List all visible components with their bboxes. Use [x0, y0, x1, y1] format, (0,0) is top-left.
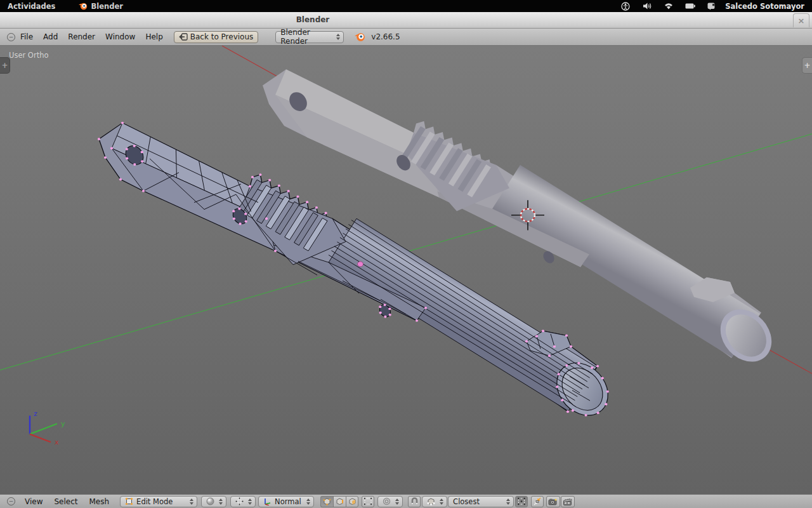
snap-toggle-button[interactable]	[408, 496, 421, 507]
stepper-icon	[219, 498, 224, 505]
pivot-point-select[interactable]	[230, 496, 256, 507]
info-header: − File Add Render Window Help Back to Pr…	[0, 29, 812, 46]
opengl-render-anim-button[interactable]	[561, 496, 575, 507]
stepper-icon	[395, 498, 400, 505]
proportional-edit-select[interactable]	[377, 496, 403, 507]
activities-button[interactable]: Actividades	[0, 2, 63, 11]
snap-peel-icon	[533, 497, 542, 505]
menu-window[interactable]: Window	[100, 32, 140, 41]
opengl-render-button[interactable]	[546, 496, 560, 507]
occlude-geometry-button[interactable]	[362, 496, 374, 507]
orientation-axis-icon	[263, 497, 272, 505]
snap-self-button[interactable]	[515, 496, 528, 507]
stepper-icon	[306, 498, 311, 505]
viewport-shading-sphere-icon	[206, 497, 214, 505]
menu-add[interactable]: Add	[38, 32, 63, 41]
svg-text:x: x	[55, 438, 59, 445]
back-arrow-icon	[179, 33, 188, 41]
stepper-icon	[336, 34, 341, 40]
viewport-shading-select[interactable]	[201, 496, 226, 507]
menu-help[interactable]: Help	[140, 32, 167, 41]
stepper-icon	[190, 498, 195, 505]
back-to-previous-button[interactable]: Back to Previous	[174, 31, 259, 43]
proportional-edit-icon	[383, 497, 391, 505]
window-close-button[interactable]: ×	[793, 13, 809, 27]
occlude-geometry-icon	[363, 497, 372, 505]
snap-self-icon	[517, 497, 526, 505]
window-titlebar[interactable]: Blender ×	[0, 12, 812, 29]
pivot-point-icon	[235, 497, 244, 505]
input-method-icon[interactable]	[701, 0, 723, 12]
edge-select-icon	[336, 497, 344, 505]
screen: Actividades Blender	[0, 0, 812, 508]
window-title: Blender	[296, 15, 330, 24]
battery-icon[interactable]	[679, 0, 701, 12]
menu-select[interactable]: Select	[48, 497, 83, 506]
snap-element-select[interactable]	[422, 496, 447, 507]
vertex-select-mode-button[interactable]	[320, 496, 333, 507]
close-icon: ×	[798, 16, 805, 25]
snap-peel-button[interactable]	[531, 496, 544, 507]
blender-logo	[354, 31, 365, 43]
snap-magnet-icon	[410, 497, 419, 505]
vertex-select-icon	[323, 497, 331, 505]
face-select-mode-button[interactable]	[346, 496, 358, 507]
blender-app-icon	[78, 1, 88, 11]
face-select-icon	[348, 497, 357, 505]
snap-element-icon	[427, 497, 435, 505]
mode-select[interactable]: Edit Mode	[120, 496, 197, 507]
viewport-header: − View Select Mesh Edit Mode Normal	[0, 494, 812, 508]
edge-select-mode-button[interactable]	[333, 496, 346, 507]
version-label: v2.66.5	[371, 32, 400, 41]
desktop-top-bar: Actividades Blender	[0, 0, 812, 12]
region-expand-tab-left[interactable]: +	[0, 57, 10, 74]
render-engine-select[interactable]: Blender Render	[275, 31, 344, 43]
snap-target-select[interactable]: Closest	[448, 496, 514, 507]
svg-text:y: y	[61, 420, 65, 427]
svg-text:z: z	[34, 410, 37, 417]
footer-collapse-icon[interactable]: −	[7, 497, 15, 505]
stepper-icon	[506, 498, 511, 505]
opengl-render-icon	[548, 497, 558, 506]
wifi-icon[interactable]	[658, 0, 679, 12]
opengl-render-anim-icon	[563, 497, 573, 506]
menu-render[interactable]: Render	[63, 32, 100, 41]
user-menu[interactable]: Salcedo Sotomayor	[723, 2, 808, 11]
header-collapse-icon[interactable]: −	[7, 33, 15, 41]
transform-orientation-select[interactable]: Normal	[258, 496, 314, 507]
menu-mesh[interactable]: Mesh	[84, 497, 115, 506]
mode-cube-icon	[125, 497, 133, 505]
focused-app-indicator[interactable]: Blender	[78, 1, 122, 11]
accessibility-icon[interactable]	[615, 0, 636, 12]
menu-view[interactable]: View	[19, 497, 48, 506]
scene-canvas[interactable]: zyx	[0, 46, 812, 494]
viewport-3d[interactable]: zyx User Ortho + +	[0, 46, 812, 494]
menu-file[interactable]: File	[15, 32, 38, 41]
volume-icon[interactable]	[636, 0, 658, 12]
view-mode-label: User Ortho	[9, 51, 48, 60]
region-expand-tab-right[interactable]: +	[802, 57, 812, 74]
stepper-icon	[248, 498, 253, 505]
object-origin-point	[358, 262, 363, 267]
stepper-icon	[440, 498, 445, 505]
